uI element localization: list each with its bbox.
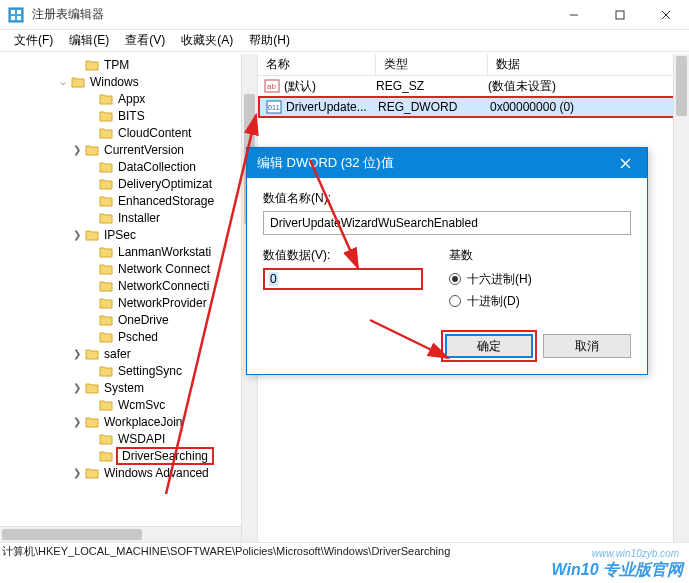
expand-icon[interactable]: ❯ [70, 348, 84, 359]
dialog-titlebar[interactable]: 编辑 DWORD (32 位)值 [247, 148, 647, 178]
tree-label: DataCollection [116, 160, 198, 174]
folder-icon [84, 58, 100, 72]
tree-label: NetworkConnecti [116, 279, 211, 293]
tree-label: CurrentVersion [102, 143, 186, 157]
list-row[interactable]: 011DriverUpdate...REG_DWORD0x00000000 (0… [258, 96, 689, 118]
window-title: 注册表编辑器 [32, 6, 551, 23]
tree-node[interactable]: Appx [0, 90, 257, 107]
list-scrollbar-v[interactable] [673, 54, 689, 542]
tree-node[interactable]: ❯IPSec [0, 226, 257, 243]
tree-node[interactable]: Installer [0, 209, 257, 226]
cancel-button[interactable]: 取消 [543, 334, 631, 358]
close-button[interactable] [643, 0, 689, 30]
tree-label: WSDAPI [116, 432, 167, 446]
folder-icon [84, 347, 100, 361]
titlebar: 注册表编辑器 [0, 0, 689, 30]
cell-name: (默认) [284, 78, 376, 95]
menu-file[interactable]: 文件(F) [6, 30, 61, 51]
tree-node[interactable]: ❯CurrentVersion [0, 141, 257, 158]
menu-favorites[interactable]: 收藏夹(A) [173, 30, 241, 51]
tree-node[interactable]: ⌵Windows [0, 73, 257, 90]
minimize-button[interactable] [551, 0, 597, 30]
folder-icon [98, 92, 114, 106]
tree-node[interactable]: TPM [0, 56, 257, 73]
radix-dec-radio[interactable]: 十进制(D) [449, 290, 631, 312]
folder-icon [98, 364, 114, 378]
tree-node[interactable]: CloudContent [0, 124, 257, 141]
expand-icon[interactable]: ⌵ [56, 76, 70, 87]
folder-icon [84, 415, 100, 429]
maximize-button[interactable] [597, 0, 643, 30]
tree-node[interactable]: DriverSearching [0, 447, 257, 464]
tree-node[interactable]: Psched [0, 328, 257, 345]
folder-icon [84, 143, 100, 157]
ok-button[interactable]: 确定 [445, 334, 533, 358]
folder-icon [98, 262, 114, 276]
tree-node[interactable]: Network Connect [0, 260, 257, 277]
folder-icon [98, 194, 114, 208]
expand-icon[interactable]: ❯ [70, 229, 84, 240]
svg-text:011: 011 [268, 104, 280, 111]
tree-node[interactable]: EnhancedStorage [0, 192, 257, 209]
tree-label: System [102, 381, 146, 395]
edit-dword-dialog: 编辑 DWORD (32 位)值 数值名称(N): 数值数据(V): 0 基数 … [246, 147, 648, 375]
tree-node[interactable]: ❯Windows Advanced [0, 464, 257, 481]
radix-label: 基数 [449, 247, 631, 264]
tree-node[interactable]: ❯safer [0, 345, 257, 362]
cell-type: REG_DWORD [378, 100, 490, 114]
tree-node[interactable]: WSDAPI [0, 430, 257, 447]
col-data[interactable]: 数据 [488, 54, 689, 75]
tree-label: Windows [88, 75, 141, 89]
svg-rect-4 [17, 16, 21, 20]
tree-label: WcmSvc [116, 398, 167, 412]
radix-hex-radio[interactable]: 十六进制(H) [449, 268, 631, 290]
tree-node[interactable]: ❯System [0, 379, 257, 396]
menu-edit[interactable]: 编辑(E) [61, 30, 117, 51]
value-name-input[interactable] [263, 211, 631, 235]
menu-view[interactable]: 查看(V) [117, 30, 173, 51]
tree-label: CloudContent [116, 126, 193, 140]
value-data-input[interactable]: 0 [263, 268, 423, 290]
tree-node[interactable]: OneDrive [0, 311, 257, 328]
tree-node[interactable]: BITS [0, 107, 257, 124]
col-name[interactable]: 名称 [258, 54, 376, 75]
expand-icon[interactable]: ❯ [70, 144, 84, 155]
tree-label: EnhancedStorage [116, 194, 216, 208]
tree-label: IPSec [102, 228, 138, 242]
expand-icon[interactable]: ❯ [70, 467, 84, 478]
folder-icon [84, 228, 100, 242]
expand-icon[interactable]: ❯ [70, 416, 84, 427]
folder-icon [98, 109, 114, 123]
tree-label: Network Connect [116, 262, 212, 276]
tree-label: BITS [116, 109, 147, 123]
tree-node[interactable]: NetworkConnecti [0, 277, 257, 294]
tree-label: OneDrive [116, 313, 171, 327]
tree-scrollbar-h[interactable] [0, 526, 241, 542]
tree-node[interactable]: DataCollection [0, 158, 257, 175]
tree-node[interactable]: NetworkProvider [0, 294, 257, 311]
col-type[interactable]: 类型 [376, 54, 488, 75]
tree-node[interactable]: SettingSync [0, 362, 257, 379]
tree-node[interactable]: LanmanWorkstati [0, 243, 257, 260]
folder-icon [98, 296, 114, 310]
list-row[interactable]: ab(默认)REG_SZ(数值未设置) [258, 76, 689, 96]
value-data-label: 数值数据(V): [263, 247, 423, 264]
menu-help[interactable]: 帮助(H) [241, 30, 298, 51]
radix-dec-label: 十进制(D) [467, 293, 520, 310]
watermark: Win10 专业版官网 [552, 560, 683, 581]
value-name-label: 数值名称(N): [263, 190, 631, 207]
cell-data: (数值未设置) [488, 78, 556, 95]
tree-label: Windows Advanced [102, 466, 211, 480]
svg-rect-1 [11, 10, 15, 14]
folder-icon [98, 160, 114, 174]
folder-icon [98, 245, 114, 259]
tree-label: DriverSearching [116, 447, 214, 465]
regedit-icon [8, 7, 24, 23]
tree-node[interactable]: DeliveryOptimizat [0, 175, 257, 192]
dialog-close-button[interactable] [603, 148, 647, 178]
tree-node[interactable]: WcmSvc [0, 396, 257, 413]
expand-icon[interactable]: ❯ [70, 382, 84, 393]
tree-node[interactable]: ❯WorkplaceJoin [0, 413, 257, 430]
folder-icon [98, 398, 114, 412]
folder-icon [70, 75, 86, 89]
